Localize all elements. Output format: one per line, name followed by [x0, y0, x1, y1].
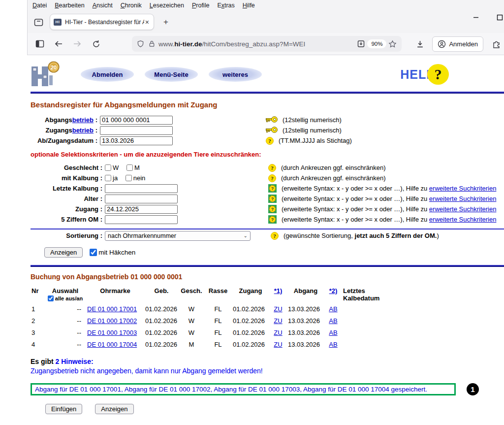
anzeigen-bottom-button[interactable]: Anzeigen	[95, 404, 133, 414]
cell-rasse: FL	[204, 327, 232, 337]
help-icon[interactable]	[268, 164, 276, 172]
help-green-icon[interactable]	[268, 195, 277, 203]
table-header-row: Nr Auswahl alle aus/an Ohrmarke Geb. Ges…	[31, 287, 504, 302]
ab-link[interactable]: AB	[329, 341, 337, 348]
col-header-auswahl: Auswahl alle aus/an	[44, 287, 86, 302]
forward-button[interactable]	[70, 36, 85, 51]
url-text[interactable]: www.hi-tier.de/hitCom/bestreg_abzu.asp?M…	[158, 40, 357, 48]
cell-auswahl: --	[44, 315, 86, 325]
help-icon[interactable]	[271, 232, 279, 240]
zugangsbetrieb-input[interactable]	[100, 126, 173, 135]
cell-kalbedatum	[342, 307, 391, 310]
bookmark-star-icon[interactable]	[388, 40, 397, 48]
sidebar-toggle-button[interactable]	[32, 36, 47, 51]
menu-item-chronik[interactable]: Chronik	[117, 1, 146, 10]
cell-auswahl: --	[44, 303, 86, 313]
label-fragment: L	[150, 2, 153, 9]
ohrmarke-link[interactable]: DE 01 000 17001	[87, 305, 137, 313]
stichtag-input[interactable]	[100, 136, 173, 145]
url-bar[interactable]: www.hi-tier.de/hitCom/bestreg_abzu.asp?M…	[132, 36, 402, 52]
menu-item-datei[interactable]: Datei	[29, 1, 51, 10]
field-note: (durch Ankreuzen ggf. einschränken)	[281, 164, 385, 171]
menu-item-profile[interactable]: Profile	[188, 1, 213, 10]
menu-item-extras[interactable]: Extras	[213, 1, 238, 10]
firefox-view-icon	[34, 18, 43, 27]
letzte-kalbung-input[interactable]	[105, 184, 178, 193]
ohrmarke-link[interactable]: DE 01 000 17004	[87, 341, 137, 348]
mit-haekchen-checkbox[interactable]: mit Häkchen	[90, 249, 135, 256]
menu-item-bearbeiten[interactable]: Bearbeiten	[51, 1, 88, 10]
abgangsbetrieb-input[interactable]	[100, 116, 173, 125]
zu-link[interactable]: ZU	[274, 329, 282, 336]
help-green-icon[interactable]	[268, 184, 277, 193]
anzeigen-button[interactable]: Anzeigen	[44, 247, 83, 258]
help-green-icon[interactable]	[268, 205, 277, 213]
new-tab-button[interactable]: +	[159, 16, 172, 29]
extensions-button[interactable]	[489, 36, 504, 51]
field-note: (TT.MM.JJJJ als Stichtag)	[279, 137, 352, 144]
ohrmarke-link[interactable]: DE 01 000 17003	[87, 329, 137, 336]
nav-button-menu-seite[interactable]: Menü-Seite	[145, 67, 198, 82]
zu-link[interactable]: ZU	[274, 317, 282, 325]
suchkriterien-link[interactable]: erweiterte Suchkriterien	[429, 216, 497, 223]
footnote-1-link[interactable]: *1)	[274, 287, 283, 294]
zu-link[interactable]: ZU	[274, 341, 282, 348]
betrieb-link[interactable]: betrieb	[72, 116, 94, 124]
signin-button[interactable]: Anmelden	[432, 36, 483, 52]
sortierung-select[interactable]: nach Ohrmarkennummer ⌄	[105, 231, 251, 241]
selected-option: nach Ohrmarkennummer	[108, 232, 244, 239]
cell-auswahl: --	[44, 339, 86, 349]
save-page-icon[interactable]	[357, 40, 365, 48]
einfuegen-button[interactable]: Einfügen	[45, 404, 82, 414]
checkbox-ja[interactable]: ja	[105, 174, 118, 182]
criteria-row-om: 5 Ziffern OM : (erweiterte Syntax: x - y…	[31, 214, 504, 225]
ohrmarke-link[interactable]: DE 01 000 17002	[87, 317, 137, 325]
alle-aus-an-checkbox[interactable]: alle aus/an	[48, 295, 83, 301]
help-icon[interactable]	[266, 137, 274, 145]
suchkriterien-link[interactable]: erweiterte Suchkriterien	[429, 205, 497, 213]
checkbox-m[interactable]: M	[126, 164, 140, 171]
cell-gesch: W	[179, 303, 204, 313]
nav-button-weiteres[interactable]: weiteres	[209, 67, 262, 82]
om-input[interactable]	[105, 215, 178, 224]
help-icon[interactable]	[268, 174, 276, 182]
cell-geb: 01.02.2026	[144, 327, 179, 337]
cell-gesch: W	[179, 315, 204, 325]
ab-link[interactable]: AB	[329, 329, 337, 336]
criteria-title: optionale Selektionskriterien - um die a…	[31, 151, 504, 158]
zoom-level-indicator[interactable]: 90%	[367, 39, 386, 48]
betrieb-link[interactable]: betrieb	[72, 127, 94, 134]
ab-link[interactable]: AB	[329, 317, 337, 325]
col-header-geb: Geb.	[144, 287, 179, 295]
tab-close-icon[interactable]: ×	[144, 18, 150, 26]
field-row-datum: Ab/Zugangsdatum : (TT.MM.JJJJ als Sticht…	[31, 135, 504, 146]
tab-hi-tier[interactable]: HI HI-Tier - Bestandsregister für Ab ×	[50, 14, 154, 30]
zu-link[interactable]: ZU	[274, 305, 282, 313]
menu-item-lesezeichen[interactable]: Lesezeichen	[146, 1, 188, 10]
zugang-input[interactable]	[105, 205, 178, 214]
site-header: 20 Abmelden Menü-Seite weiteres HELP ?	[31, 59, 504, 90]
shield-icon	[137, 40, 144, 48]
suchkriterien-link[interactable]: erweiterte Suchkriterien	[429, 195, 497, 202]
downloads-button[interactable]	[412, 36, 427, 51]
help-green-icon[interactable]	[268, 215, 277, 224]
firefox-view-button[interactable]	[32, 16, 45, 29]
ab-link[interactable]: AB	[329, 305, 337, 313]
checkbox-w[interactable]: W	[105, 164, 119, 171]
back-button[interactable]	[51, 36, 66, 51]
field-note: (erweiterte Syntax: x - y oder >= x oder…	[282, 205, 496, 213]
footnote-2-link[interactable]: *2)	[329, 287, 338, 294]
menu-item-hilfe[interactable]: Hilfe	[239, 1, 259, 10]
reload-button[interactable]	[89, 36, 103, 51]
page-content: 20 Abmelden Menü-Seite weiteres HELP ? B…	[0, 55, 504, 425]
checkbox-nein[interactable]: nein	[126, 174, 146, 182]
nav-button-abmelden[interactable]: Abmelden	[81, 67, 134, 82]
suchkriterien-link[interactable]: erweiterte Suchkriterien	[429, 185, 497, 192]
label-fragment: H	[243, 2, 247, 9]
alter-input[interactable]	[105, 195, 178, 203]
menu-item-ansicht[interactable]: Ansicht	[89, 1, 117, 10]
help-button[interactable]: HELP ?	[400, 64, 449, 85]
field-note: (12stellig numerisch)	[283, 127, 342, 134]
label-fragment: esezeichen	[153, 2, 184, 9]
field-note: (gewünschte Sortierung, jetzt auch 5 Zif…	[284, 232, 439, 239]
